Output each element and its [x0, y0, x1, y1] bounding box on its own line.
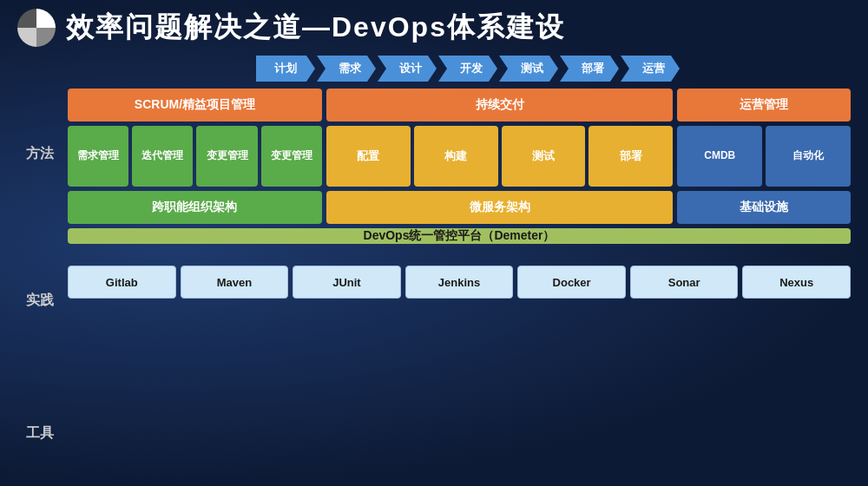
page-title: 效率问题解决之道—DevOps体系建设 [66, 9, 565, 47]
tool-btn-maven[interactable]: Maven [181, 266, 289, 299]
cell-wei: 微服务架构 [326, 191, 673, 224]
yellow-group: 配置构建测试部署 [326, 126, 673, 187]
cell-jixu: 持续交付 [326, 89, 673, 122]
right-content: SCRUM/精益项目管理 持续交付 运营管理 需求管理迭代管理变更管理变更管理 … [68, 89, 851, 477]
tool-btn-jenkins[interactable]: Jenkins [405, 266, 514, 299]
cell-ji: 基础设施 [677, 191, 851, 224]
tool-btn-docker[interactable]: Docker [517, 266, 626, 299]
row-infrastructure: 跨职能组织架构 微服务架构 基础设施 [68, 191, 851, 224]
cell-devops: DevOps统一管控平台（Demeter） [68, 228, 851, 244]
tool-btn-gitlab[interactable]: Gitlab [68, 266, 176, 299]
logo-icon [17, 9, 56, 47]
left-labels: 方法 实践 工具 [17, 89, 62, 477]
pipeline-row: 计划需求设计开发测试部署运营 [87, 56, 851, 82]
main-area: 方法 实践 工具 SCRUM/精益项目管理 持续交付 运营管理 需求管理迭代管理… [17, 89, 851, 477]
yellow-cell-2: 测试 [502, 126, 586, 187]
blue-group: CMDB自动化 [677, 126, 851, 187]
yellow-cell-0: 配置 [326, 126, 411, 187]
cell-kua: 跨职能组织架构 [68, 191, 322, 224]
tool-btn-nexus[interactable]: Nexus [742, 266, 851, 299]
tool-btn-sonar[interactable]: Sonar [630, 266, 739, 299]
green-cell-2: 变更管理 [196, 126, 257, 187]
pipeline-step-0: 计划 [256, 56, 315, 82]
green-group: 需求管理迭代管理变更管理变更管理 [68, 126, 322, 187]
tool-btn-junit[interactable]: JUnit [293, 266, 401, 299]
main-container: 效率问题解决之道—DevOps体系建设 计划需求设计开发测试部署运营 方法 实践… [0, 0, 868, 486]
label-shijian: 实践 [17, 213, 62, 389]
row-methods: SCRUM/精益项目管理 持续交付 运营管理 [68, 89, 851, 122]
row-tools: GitlabMavenJUnitJenkinsDockerSonarNexus [68, 266, 851, 299]
cell-scrum: SCRUM/精益项目管理 [68, 89, 322, 122]
label-fangfa: 方法 [17, 89, 62, 213]
yellow-cell-1: 构建 [414, 126, 498, 187]
green-cell-3: 变更管理 [261, 126, 322, 187]
cell-yunying: 运营管理 [677, 89, 851, 122]
green-cell-1: 迭代管理 [132, 126, 193, 187]
row-devops-platform: DevOps统一管控平台（Demeter） [68, 228, 851, 261]
blue-cell-0: CMDB [677, 126, 762, 187]
row-practices: 需求管理迭代管理变更管理变更管理 配置构建测试部署 CMDB自动化 [68, 126, 851, 187]
pipeline-step-5: 部署 [560, 56, 619, 82]
label-gongju: 工具 [17, 389, 62, 477]
title-row: 效率问题解决之道—DevOps体系建设 [17, 9, 851, 47]
pipeline-step-2: 设计 [378, 56, 437, 82]
pipeline-step-6: 运营 [621, 56, 680, 82]
pipeline-step-3: 开发 [438, 56, 497, 82]
yellow-cell-3: 部署 [589, 126, 673, 187]
pipeline-step-4: 测试 [499, 56, 558, 82]
pipeline-step-1: 需求 [317, 56, 376, 82]
green-cell-0: 需求管理 [68, 126, 128, 187]
blue-cell-1: 自动化 [766, 126, 851, 187]
